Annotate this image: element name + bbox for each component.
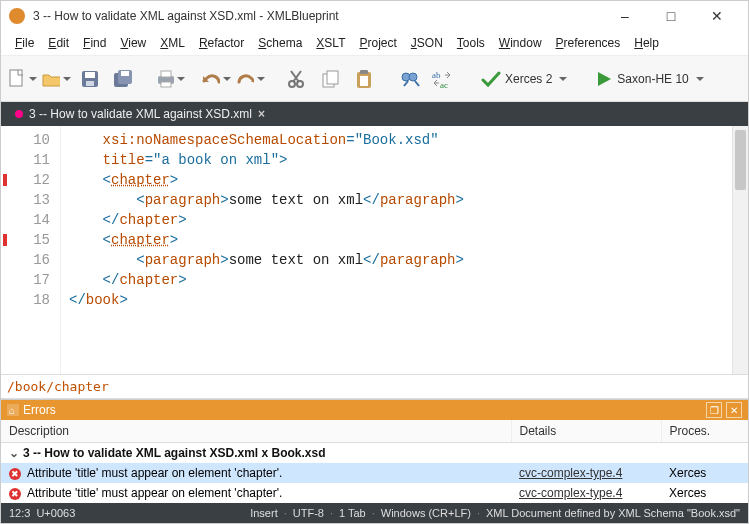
- expand-icon[interactable]: ⌄: [9, 446, 19, 460]
- menu-schema[interactable]: Schema: [252, 33, 308, 53]
- window-title: 3 -- How to validate XML against XSD.xml…: [33, 9, 602, 23]
- document-tab[interactable]: 3 -- How to validate XML against XSD.xml…: [7, 104, 273, 124]
- minimize-button[interactable]: –: [602, 1, 648, 31]
- tab-label: 3 -- How to validate XML against XSD.xml: [29, 107, 252, 121]
- open-file-button[interactable]: [41, 62, 71, 96]
- code-line[interactable]: </chapter>: [69, 270, 740, 290]
- svg-text:ab: ab: [432, 70, 441, 80]
- xpath-breadcrumb[interactable]: /book/chapter: [1, 374, 748, 399]
- error-detail-link[interactable]: cvc-complex-type.4: [519, 486, 622, 500]
- tab-close-button[interactable]: ×: [258, 107, 265, 121]
- error-detail-link[interactable]: cvc-complex-type.4: [519, 466, 622, 480]
- validate-button[interactable]: Xerces 2: [475, 70, 573, 88]
- svg-point-18: [409, 73, 417, 81]
- svg-text:⌂: ⌂: [9, 405, 15, 416]
- line-number: 12: [1, 170, 50, 190]
- menu-refactor[interactable]: Refactor: [193, 33, 250, 53]
- save-button[interactable]: [75, 62, 105, 96]
- code-line[interactable]: </book>: [69, 290, 740, 310]
- app-icon: [9, 8, 25, 24]
- code-line[interactable]: title="a book on xml">: [69, 150, 740, 170]
- code-line[interactable]: <chapter>: [69, 230, 740, 250]
- line-number: 17: [1, 270, 50, 290]
- menu-json[interactable]: JSON: [405, 33, 449, 53]
- code-line[interactable]: <chapter>: [69, 170, 740, 190]
- paste-button[interactable]: [349, 62, 379, 96]
- svg-rect-2: [85, 72, 95, 78]
- find-button[interactable]: [395, 62, 425, 96]
- menu-edit[interactable]: Edit: [42, 33, 75, 53]
- panel-close-button[interactable]: ✕: [726, 402, 742, 418]
- errors-panel-title: Errors: [23, 403, 56, 417]
- errors-table: Description Details Proces. ⌄3 -- How to…: [1, 420, 748, 503]
- panel-restore-button[interactable]: ❐: [706, 402, 722, 418]
- menu-xml[interactable]: XML: [154, 33, 191, 53]
- menu-tools[interactable]: Tools: [451, 33, 491, 53]
- errors-icon: ⌂: [7, 404, 19, 416]
- svg-rect-16: [360, 76, 368, 86]
- code-line[interactable]: xsi:noNamespaceSchemaLocation="Book.xsd": [69, 130, 740, 150]
- run-label: Saxon-HE 10: [617, 72, 688, 86]
- status-doctype: XML Document defined by XML Schema "Book…: [486, 507, 740, 519]
- status-line-col[interactable]: 12:3: [9, 507, 30, 519]
- code-line[interactable]: </chapter>: [69, 210, 740, 230]
- error-marker-icon[interactable]: [3, 234, 7, 246]
- svg-text:ac: ac: [440, 80, 448, 89]
- menu-find[interactable]: Find: [77, 33, 112, 53]
- code-line[interactable]: <paragraph>some text on xml</paragraph>: [69, 190, 740, 210]
- svg-rect-15: [360, 70, 368, 74]
- code-editor[interactable]: 101112131415161718 xsi:noNamespaceSchema…: [1, 126, 748, 374]
- menu-xslt[interactable]: XSLT: [310, 33, 351, 53]
- error-row[interactable]: ✖Attribute 'title' must appear on elemen…: [1, 483, 748, 503]
- menu-view[interactable]: View: [114, 33, 152, 53]
- modified-dot-icon: [15, 110, 23, 118]
- errors-panel: ⌂ Errors ❐ ✕ Description Details Proces.…: [1, 399, 748, 503]
- line-number: 15: [1, 230, 50, 250]
- undo-button[interactable]: [201, 62, 231, 96]
- status-encoding[interactable]: UTF-8: [293, 507, 324, 519]
- print-button[interactable]: [155, 62, 185, 96]
- copy-button[interactable]: [315, 62, 345, 96]
- validator-label: Xerces 2: [505, 72, 552, 86]
- menu-help[interactable]: Help: [628, 33, 665, 53]
- maximize-button[interactable]: □: [648, 1, 694, 31]
- col-processor[interactable]: Proces.: [661, 420, 748, 443]
- errors-panel-header[interactable]: ⌂ Errors ❐ ✕: [1, 400, 748, 420]
- titlebar: 3 -- How to validate XML against XSD.xml…: [1, 1, 748, 31]
- line-number: 11: [1, 150, 50, 170]
- status-tabs[interactable]: 1 Tab: [339, 507, 366, 519]
- close-button[interactable]: ✕: [694, 1, 740, 31]
- save-all-button[interactable]: [109, 62, 139, 96]
- status-insert-mode[interactable]: Insert: [250, 507, 278, 519]
- redo-button[interactable]: [235, 62, 265, 96]
- error-icon: ✖: [9, 468, 21, 480]
- code-area[interactable]: xsi:noNamespaceSchemaLocation="Book.xsd"…: [61, 126, 748, 374]
- line-number: 14: [1, 210, 50, 230]
- toolbar: abac Xerces 2 Saxon-HE 10: [1, 56, 748, 102]
- line-number: 13: [1, 190, 50, 210]
- error-group-row[interactable]: ⌄3 -- How to validate XML against XSD.xm…: [1, 443, 748, 464]
- cut-button[interactable]: [281, 62, 311, 96]
- document-tabbar: 3 -- How to validate XML against XSD.xml…: [1, 102, 748, 126]
- svg-rect-8: [161, 71, 171, 77]
- line-number: 10: [1, 130, 50, 150]
- status-eol[interactable]: Windows (CR+LF): [381, 507, 471, 519]
- error-marker-icon[interactable]: [3, 174, 7, 186]
- menu-preferences[interactable]: Preferences: [550, 33, 627, 53]
- run-button[interactable]: Saxon-HE 10: [589, 70, 709, 88]
- vertical-scrollbar[interactable]: [732, 126, 748, 374]
- line-number: 18: [1, 290, 50, 310]
- menu-window[interactable]: Window: [493, 33, 548, 53]
- replace-button[interactable]: abac: [429, 62, 459, 96]
- menu-project[interactable]: Project: [353, 33, 402, 53]
- line-gutter: 101112131415161718: [1, 126, 61, 374]
- error-row[interactable]: ✖Attribute 'title' must appear on elemen…: [1, 463, 748, 483]
- svg-rect-13: [327, 71, 338, 84]
- code-line[interactable]: <paragraph>some text on xml</paragraph>: [69, 250, 740, 270]
- statusbar: 12:3 U+0063 Insert· UTF-8· 1 Tab· Window…: [1, 503, 748, 523]
- new-file-button[interactable]: [7, 62, 37, 96]
- menu-file[interactable]: File: [9, 33, 40, 53]
- col-details[interactable]: Details: [511, 420, 661, 443]
- scrollbar-thumb[interactable]: [735, 130, 746, 190]
- col-description[interactable]: Description: [1, 420, 511, 443]
